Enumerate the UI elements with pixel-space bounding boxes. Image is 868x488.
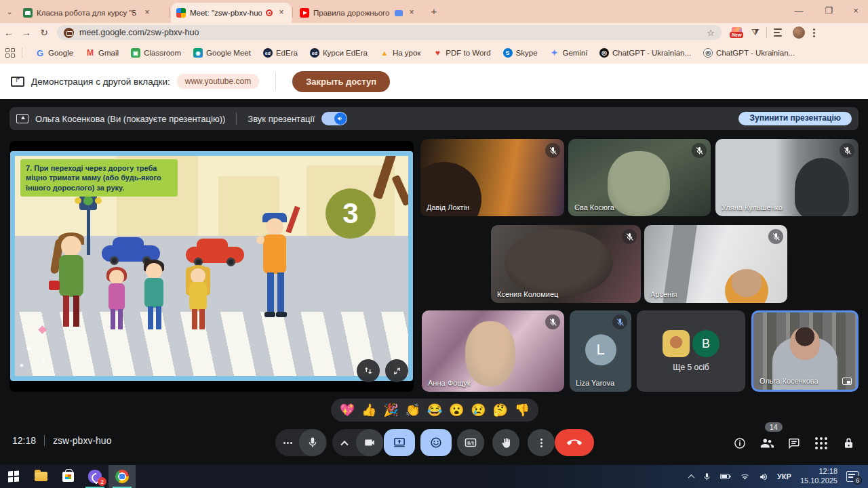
presenter-label: Ольга Косенкова (Ви (показуєте презентац…	[35, 114, 225, 124]
start-button[interactable]	[0, 465, 27, 488]
reaction-thumbs-up[interactable]: 👍	[361, 404, 376, 416]
edera-icon: ed	[263, 48, 273, 58]
battery-icon[interactable]	[720, 472, 731, 481]
notifications-icon[interactable]: 6	[846, 471, 859, 482]
participant-tile[interactable]: L Liza Yarova	[570, 310, 631, 392]
present-icon	[16, 114, 28, 123]
extension-new-icon[interactable]: New	[731, 27, 743, 38]
more-participants-tile[interactable]: B Ще 5 осіб	[637, 310, 745, 392]
meeting-details-button[interactable]	[731, 434, 749, 452]
microsoft-store-icon[interactable]	[54, 465, 81, 488]
tab-meet[interactable]: Meet: "zsw-pbxv-huo" ×	[171, 3, 292, 23]
tab-strip: ⌄ Класна робота для курсу "5 к × Meet: "…	[0, 0, 868, 23]
bookmark-chatgpt-1[interactable]: ◎ChatGPT - Ukrainian...	[593, 46, 697, 60]
reaction-clap[interactable]: 👏	[406, 404, 420, 416]
chrome-taskbar-icon[interactable]	[108, 465, 136, 488]
taskbar-date: 15.10.2025	[800, 476, 837, 485]
swap-tile-button[interactable]	[357, 359, 380, 382]
more-options-button[interactable]	[528, 429, 555, 456]
reaction-laugh[interactable]: 😂	[427, 404, 442, 416]
reaction-cry[interactable]: 😢	[471, 404, 486, 416]
apps-launcher-icon[interactable]	[5, 48, 15, 58]
tray-expand-icon[interactable]	[688, 474, 695, 481]
browser-menu-icon[interactable]	[813, 28, 815, 30]
window-maximize-button[interactable]: ❐	[822, 5, 835, 16]
bookmark-edera[interactable]: edEdEra	[257, 46, 304, 60]
camera-options-icon[interactable]	[333, 440, 356, 445]
bookmark-gemini[interactable]: ✦Gemini	[544, 46, 593, 60]
bookmark-pdf-to-word[interactable]: ♥PDF to Word	[427, 46, 496, 60]
tab-close-icon[interactable]: ×	[142, 8, 152, 18]
bookmark-skype[interactable]: SSkype	[497, 46, 544, 60]
new-tab-button[interactable]: +	[429, 6, 439, 17]
activities-button[interactable]	[812, 434, 830, 452]
bookmark-google[interactable]: GGoogle	[29, 46, 79, 60]
participant-tile[interactable]: Анна Фощук	[422, 310, 564, 392]
camera-control[interactable]	[332, 429, 384, 456]
volume-icon[interactable]	[759, 472, 768, 481]
reaction-heart[interactable]: 💖	[340, 404, 355, 416]
reaction-thumbs-down[interactable]: 👎	[515, 404, 530, 416]
reaction-surprised[interactable]: 😮	[449, 404, 464, 416]
participant-name: Ольга Косенкова	[760, 377, 818, 385]
tab-close-icon[interactable]: ×	[407, 8, 416, 18]
reaction-thinking[interactable]: 🤔	[492, 404, 507, 416]
mic-options-icon[interactable]	[276, 442, 299, 444]
reaction-party[interactable]: 🎉	[383, 404, 398, 416]
forward-button[interactable]: →	[18, 27, 35, 38]
people-button[interactable]	[758, 434, 776, 452]
participant-tile[interactable]: Арсенія	[644, 225, 787, 303]
viber-icon[interactable]: 2	[81, 465, 108, 488]
end-call-button[interactable]	[555, 429, 594, 456]
fullscreen-button[interactable]	[385, 359, 408, 382]
reactions-button[interactable]	[420, 429, 452, 456]
participant-tile[interactable]: Уляна Кульшенко	[715, 139, 859, 216]
media-controls-icon[interactable]	[774, 28, 785, 37]
tab-sharing-icon	[395, 10, 403, 16]
participant-tile[interactable]: Ксения Коломиец	[491, 225, 641, 303]
profile-avatar[interactable]	[793, 26, 805, 39]
window-minimize-button[interactable]: —	[792, 5, 806, 16]
captions-button[interactable]	[457, 429, 484, 456]
wifi-icon[interactable]	[740, 472, 750, 481]
tab-youtube[interactable]: Правила дорожнього рух ×	[294, 3, 422, 23]
tab-search-button[interactable]: ⌄	[4, 6, 15, 17]
language-indicator[interactable]: УКР	[777, 472, 791, 481]
bookmark-na-urok[interactable]: ▲На урок	[374, 46, 427, 60]
address-bar[interactable]: meet.google.com/zsw-pbxv-huo ☆	[57, 25, 722, 40]
host-controls-button[interactable]	[840, 434, 857, 452]
extensions-puzzle-icon[interactable]: ⧩	[751, 27, 760, 38]
mic-off-icon	[840, 143, 854, 158]
stop-presentation-button[interactable]: Зупинити презентацію	[738, 112, 852, 125]
bookmark-gmail[interactable]: MGmail	[79, 46, 125, 60]
self-tile[interactable]: Ольга Косенкова	[751, 310, 859, 392]
chatgpt-icon: ◎	[599, 48, 609, 58]
taskbar-clock[interactable]: 12:18 15.10.2025	[800, 467, 837, 486]
present-button[interactable]	[384, 429, 415, 456]
reload-button[interactable]: ↻	[35, 27, 53, 38]
mic-control[interactable]	[275, 429, 327, 456]
bookmark-star-icon[interactable]: ☆	[707, 28, 715, 38]
file-explorer-icon[interactable]	[27, 465, 54, 488]
camera-icon[interactable]	[356, 429, 383, 456]
mic-icon[interactable]	[299, 429, 326, 456]
tray-mic-icon[interactable]	[703, 472, 711, 481]
picture-in-picture-icon[interactable]	[842, 378, 852, 385]
back-button[interactable]: ←	[0, 27, 18, 38]
presentation-stage[interactable]: 3 7. При переході через дорогу треба міц…	[9, 141, 414, 392]
bookmark-google-meet[interactable]: ◉Google Meet	[187, 46, 257, 60]
classroom-icon: ▣	[131, 48, 140, 58]
raise-hand-button[interactable]	[492, 429, 519, 456]
edera-icon: ed	[310, 48, 319, 58]
bookmark-chatgpt-2[interactable]: ◎ChatGPT - Ukrainian...	[697, 46, 801, 60]
participant-tile[interactable]: Єва Косюга	[568, 139, 711, 216]
presentation-sound-toggle[interactable]	[321, 112, 347, 125]
stop-sharing-button[interactable]: Закрыть доступ	[292, 71, 390, 92]
tab-classroom[interactable]: Класна робота для курсу "5 к ×	[18, 3, 168, 23]
bookmark-kursy-edera[interactable]: edКурси EdEra	[304, 46, 374, 60]
window-close-button[interactable]: ×	[849, 5, 863, 16]
bookmark-classroom[interactable]: ▣Classroom	[125, 46, 187, 60]
chat-button[interactable]	[785, 434, 803, 452]
tab-close-icon[interactable]: ×	[277, 8, 286, 18]
participant-tile[interactable]: Давід Локтін	[420, 139, 564, 216]
